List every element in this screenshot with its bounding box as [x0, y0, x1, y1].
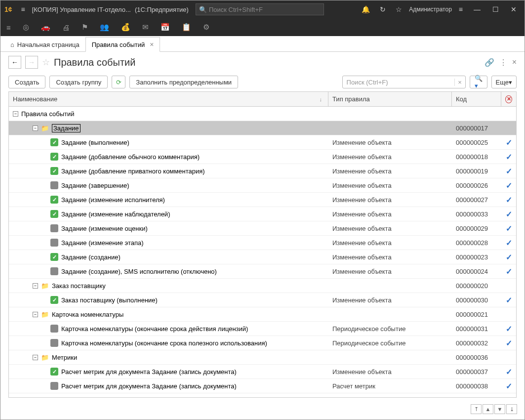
- col-name[interactable]: Наименование↓: [9, 92, 328, 106]
- create-button[interactable]: Создать: [8, 76, 45, 88]
- table-row[interactable]: ✓Задание (изменение исполнителя)Изменени…: [9, 193, 516, 207]
- local-search-input[interactable]: [343, 79, 454, 86]
- nav-back-button[interactable]: ←: [8, 56, 21, 69]
- menu-icon[interactable]: ≡: [18, 5, 28, 13]
- table-row[interactable]: Карточка номенклатуры (окончание срока п…: [9, 336, 516, 350]
- expand-icon[interactable]: −: [33, 283, 38, 289]
- checkbox-icon[interactable]: ✓: [50, 296, 58, 304]
- checkbox-icon[interactable]: ✓: [50, 153, 58, 161]
- sections-icon[interactable]: ≡: [6, 23, 11, 32]
- tab-close-icon[interactable]: ×: [150, 41, 154, 48]
- docs-icon[interactable]: 📋: [182, 23, 191, 32]
- col-code[interactable]: Код: [452, 92, 501, 106]
- root-label: Правила событий: [21, 110, 75, 118]
- user-label[interactable]: Администратор: [409, 6, 452, 13]
- col-status[interactable]: ✕: [501, 92, 516, 106]
- table-row[interactable]: −📁Задание000000017: [9, 121, 516, 135]
- car-icon[interactable]: 🚗: [41, 23, 50, 32]
- table-row[interactable]: ✓Задание (добавление приватного коммента…: [9, 164, 516, 178]
- mail-icon[interactable]: ✉: [142, 23, 149, 32]
- item-label: Карточка номенклатуры (окончание срока п…: [61, 339, 267, 347]
- table-row[interactable]: −Правила событий: [9, 107, 516, 121]
- global-search[interactable]: 🔍 Поиск Ctrl+Shift+F: [196, 3, 324, 15]
- table-row[interactable]: Задание (изменение этапа)Изменение объек…: [9, 236, 516, 250]
- window-title: [КОПИЯ] Управление IT-отдело...: [32, 6, 131, 13]
- users-icon[interactable]: 👥: [100, 23, 109, 32]
- table-row[interactable]: ✓Расчет метрик для документа Задание (за…: [9, 365, 516, 379]
- folder-icon: 📁: [41, 125, 49, 132]
- checkbox-icon[interactable]: [50, 267, 58, 275]
- link-icon[interactable]: 🔗: [485, 58, 494, 67]
- expand-icon[interactable]: −: [33, 355, 38, 360]
- checkbox-icon[interactable]: ✓: [50, 138, 58, 146]
- nav-forward-button[interactable]: →: [25, 56, 38, 69]
- nav-down-button[interactable]: ▼: [494, 404, 505, 414]
- checkbox-icon[interactable]: ✓: [50, 210, 58, 218]
- table-row[interactable]: −📁Карточка номенклатуры000000021: [9, 307, 516, 322]
- create-group-button[interactable]: Создать группу: [49, 76, 108, 88]
- col-type[interactable]: Тип правила: [328, 92, 452, 106]
- table-row[interactable]: ✓Заказ поставщику (выполнение)Изменение …: [9, 293, 516, 307]
- expand-icon[interactable]: −: [13, 111, 18, 117]
- checkbox-icon[interactable]: ✓: [50, 368, 58, 376]
- gear-icon[interactable]: ⚙: [203, 23, 209, 32]
- check-icon: ✓: [506, 138, 512, 147]
- settings-icon[interactable]: ≡: [456, 5, 466, 13]
- fill-predefined-button[interactable]: Заполнить предопределенными: [129, 76, 238, 88]
- close-button[interactable]: ✕: [507, 5, 521, 13]
- expand-icon[interactable]: −: [33, 126, 38, 131]
- checkbox-icon[interactable]: [50, 325, 58, 333]
- nav-up-button[interactable]: ▲: [483, 404, 493, 414]
- checkbox-icon[interactable]: ✓: [50, 196, 58, 204]
- table-row[interactable]: ✓Задание (изменение наблюдателей)Изменен…: [9, 207, 516, 221]
- maximize-button[interactable]: ☐: [488, 5, 503, 13]
- minimize-button[interactable]: —: [470, 5, 485, 13]
- print-icon[interactable]: 🖨: [62, 23, 70, 32]
- table-row[interactable]: Задание (изменение оценки)Изменение объе…: [9, 221, 516, 236]
- nav-last-button[interactable]: ⤓: [506, 404, 517, 414]
- star-icon[interactable]: ☆: [393, 5, 405, 13]
- table-row[interactable]: Карточка номенклатуры (окончание срока д…: [9, 322, 516, 336]
- table-row[interactable]: ✓Задание (выполнение)Изменение объекта00…: [9, 135, 516, 150]
- item-label: Расчет метрик для документа Задание (зап…: [61, 368, 237, 376]
- favorite-icon[interactable]: ☆: [42, 57, 50, 68]
- app-logo: 1¢: [4, 5, 12, 13]
- more-vert-icon[interactable]: ⋮: [499, 58, 507, 67]
- checkbox-icon[interactable]: [50, 224, 58, 232]
- item-label: Задание (изменение наблюдателей): [61, 210, 170, 218]
- table-row[interactable]: ✓Задание (создание)Изменение объекта0000…: [9, 250, 516, 264]
- home-icon: ⌂: [10, 41, 14, 48]
- table-row[interactable]: Задание (создание), SMS исполнителю (отк…: [9, 264, 516, 279]
- more-button[interactable]: Еще ▾: [491, 76, 517, 88]
- tab-home[interactable]: ⌂ Начальная страница: [4, 38, 85, 51]
- calendar-icon[interactable]: 📅: [161, 23, 170, 32]
- history-icon[interactable]: ↻: [377, 5, 389, 13]
- search-clear-icon[interactable]: ×: [454, 79, 465, 86]
- table-row[interactable]: −📁Заказ поставщику000000020: [9, 279, 516, 293]
- check-icon: ✓: [506, 267, 512, 276]
- checkbox-icon[interactable]: ✓: [50, 253, 58, 261]
- checkbox-icon[interactable]: [50, 382, 58, 390]
- lifebuoy-icon[interactable]: ◎: [23, 23, 29, 32]
- search-button[interactable]: 🔍 ▾: [470, 76, 487, 88]
- flag-icon[interactable]: ⚑: [81, 23, 88, 32]
- checkbox-icon[interactable]: ✓: [50, 167, 58, 175]
- platform-label: (1С:Предприятие): [135, 6, 189, 13]
- table-row[interactable]: ✓Задание (добавление обычного комментари…: [9, 150, 516, 164]
- tab-rules[interactable]: Правила событий ×: [85, 37, 161, 52]
- checkbox-icon[interactable]: [50, 239, 58, 247]
- nav-first-button[interactable]: ⤒: [471, 404, 482, 414]
- table-row[interactable]: Задание (завершение)Изменение объекта000…: [9, 178, 516, 193]
- table-row[interactable]: Расчет метрик для документа Задание (зап…: [9, 379, 516, 393]
- check-icon: ✓: [506, 224, 512, 233]
- check-icon: ✓: [506, 167, 512, 176]
- checkbox-icon[interactable]: [50, 181, 58, 189]
- expand-icon[interactable]: −: [33, 312, 38, 317]
- local-search[interactable]: ×: [342, 76, 466, 88]
- bell-icon[interactable]: 🔔: [359, 5, 373, 13]
- close-page-icon[interactable]: ×: [512, 58, 517, 67]
- table-row[interactable]: −📁Метрики000000036: [9, 350, 516, 365]
- checkbox-icon[interactable]: [50, 339, 58, 347]
- refresh-button[interactable]: ⟳: [112, 76, 125, 88]
- money-icon[interactable]: 💰: [121, 23, 130, 32]
